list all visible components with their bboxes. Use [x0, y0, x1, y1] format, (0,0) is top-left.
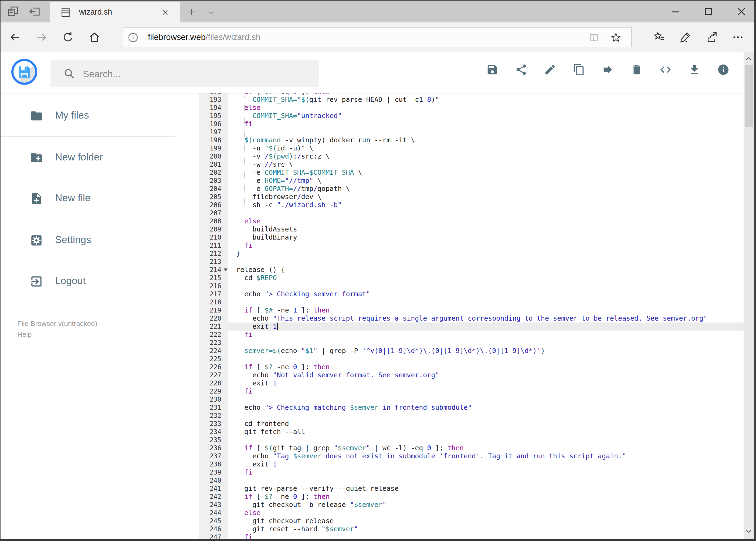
code-text[interactable]: echo "This release script requires a sin… [228, 314, 744, 322]
code-text[interactable]: if [ $? -eq 0 ]; then [228, 94, 744, 96]
code-text[interactable]: fi [228, 533, 744, 540]
tabs-aside-icon[interactable] [28, 5, 41, 18]
fold-marker-icon[interactable] [224, 269, 227, 271]
url-text[interactable]: filebrowser.web/files/wizard.sh [148, 28, 260, 47]
scrollbar-thumb[interactable] [745, 65, 753, 127]
code-text[interactable]: fi [228, 330, 744, 339]
search-input[interactable] [82, 60, 310, 88]
scroll-up-icon[interactable] [744, 55, 753, 63]
code-text[interactable]: -e GOPATH=//tmp/gopath \ [228, 185, 744, 193]
code-text[interactable]: release () { [228, 266, 744, 274]
scroll-down-icon[interactable] [744, 527, 753, 535]
code-text[interactable]: if [ $# -ne 1 ]; then [228, 306, 744, 314]
reading-view-icon[interactable] [588, 32, 600, 43]
code-text[interactable]: fi [228, 468, 744, 476]
share-icon[interactable] [515, 64, 527, 76]
code-text[interactable] [228, 258, 744, 266]
sidebar-item-new-folder[interactable]: New folder [0, 148, 189, 167]
back-icon[interactable] [9, 31, 21, 44]
code-text[interactable]: -w //src \ [228, 161, 744, 169]
filebrowser-logo[interactable] [11, 59, 37, 85]
forward-icon[interactable] [35, 31, 48, 44]
sidebar-item-new-file[interactable]: New file [0, 189, 189, 208]
code-text[interactable] [228, 476, 744, 485]
code-text[interactable]: -u "$(id -u)" \ [228, 144, 744, 152]
code-text[interactable]: -e COMMIT_SHA=$COMMIT_SHA \ [228, 169, 744, 177]
code-text[interactable]: fi [228, 120, 744, 128]
copy-icon[interactable] [573, 64, 585, 76]
code-text[interactable] [228, 128, 744, 136]
more-dots-icon[interactable] [732, 31, 744, 44]
code-text[interactable]: semver=$(echo "$1" | grep -P '^v(0|[1-9]… [228, 347, 744, 355]
code-text[interactable]: } [228, 250, 744, 258]
code-text[interactable]: fi [228, 387, 744, 395]
code-icon[interactable] [659, 64, 672, 76]
code-text[interactable]: if [ $? -ne 0 ]; then [228, 363, 744, 371]
info-icon[interactable] [717, 64, 730, 76]
code-text[interactable]: -v /$(pwd):/src:z \ [228, 152, 744, 161]
code-text[interactable] [228, 355, 744, 363]
close-window-icon[interactable] [735, 5, 748, 18]
code-text[interactable]: -e HOME="//tmp" \ [228, 177, 744, 185]
code-text[interactable]: git fetch --all [228, 428, 744, 436]
annotate-pen-icon[interactable] [679, 31, 692, 44]
code-text[interactable]: exit 1 [228, 460, 744, 468]
code-text[interactable]: exit 1 [228, 379, 744, 387]
code-text[interactable] [228, 209, 744, 217]
home-icon[interactable] [88, 31, 101, 44]
code-text[interactable]: buildBinary [228, 234, 744, 242]
code-text[interactable]: echo "Tag $semver does not exist in subm… [228, 452, 744, 460]
code-text[interactable] [228, 298, 744, 306]
code-text[interactable] [228, 339, 744, 347]
code-text[interactable]: cd frontend [228, 420, 744, 428]
refresh-icon[interactable] [62, 31, 74, 44]
code-text[interactable]: cd $REPO [228, 274, 744, 282]
move-icon[interactable] [602, 64, 614, 76]
code-text[interactable]: COMMIT_SHA="untracked" [228, 112, 744, 120]
new-tab-plus-icon[interactable] [186, 6, 199, 19]
tab-preview-icon[interactable] [7, 5, 20, 18]
sidebar-item-settings[interactable]: Settings [0, 231, 189, 250]
code-text[interactable]: exit 1 [228, 322, 744, 330]
download-icon[interactable] [688, 64, 701, 76]
search-box[interactable] [51, 60, 319, 87]
code-text[interactable]: $(command -v winpty) docker run --rm -it… [228, 136, 744, 144]
minimize-icon[interactable] [669, 5, 682, 18]
share-page-icon[interactable] [705, 31, 718, 44]
code-text[interactable]: git rev-parse --verify --quiet release [228, 485, 744, 493]
code-text[interactable]: if [ $? -ne 0 ]; then [228, 493, 744, 501]
tab-close-icon[interactable] [161, 8, 169, 17]
edit-icon[interactable] [544, 64, 556, 76]
hub-icon[interactable] [653, 31, 665, 44]
favorite-star-icon[interactable] [610, 32, 622, 43]
code-text[interactable] [228, 436, 744, 444]
code-text[interactable]: if [ $(git tag | grep "$semver" | wc -l)… [228, 444, 744, 452]
code-text[interactable]: echo "> Checking semver format" [228, 290, 744, 298]
code-text[interactable] [228, 412, 744, 420]
code-text[interactable]: else [228, 509, 744, 517]
help-link[interactable]: Help [17, 329, 97, 340]
code-text[interactable]: else [228, 217, 744, 225]
site-info-icon[interactable] [127, 32, 139, 43]
sidebar-item-logout[interactable]: Logout [0, 272, 189, 291]
url-bar[interactable]: filebrowser.web/files/wizard.sh [123, 27, 631, 47]
code-text[interactable]: git checkout release [228, 517, 744, 525]
tabs-chevron-icon[interactable] [206, 8, 219, 21]
code-text[interactable]: buildAssets [228, 225, 744, 234]
page-scrollbar[interactable] [744, 52, 754, 540]
code-text[interactable]: COMMIT_SHA="$(git rev-parse HEAD | cut -… [228, 96, 744, 104]
code-text[interactable] [228, 282, 744, 290]
code-editor[interactable]: 192 if [ $? -eq 0 ]; then193 COMMIT_SHA=… [199, 94, 744, 540]
code-text[interactable]: git checkout -b release "$semver" [228, 501, 744, 509]
code-text[interactable]: echo "Not valid semver format. See semve… [228, 371, 744, 379]
code-text[interactable] [228, 395, 744, 403]
code-text[interactable]: echo "> Checking matching $semver in fro… [228, 403, 744, 412]
browser-tab[interactable]: wizard.sh [50, 2, 180, 22]
code-text[interactable]: else [228, 104, 744, 112]
code-text[interactable]: git reset --hard "$semver" [228, 525, 744, 533]
sidebar-item-my-files[interactable]: My files [0, 106, 189, 125]
code-text[interactable]: filebrowser/dev \ [228, 193, 744, 201]
delete-icon[interactable] [630, 64, 643, 76]
save-icon[interactable] [486, 64, 499, 76]
code-text[interactable]: fi [228, 242, 744, 250]
